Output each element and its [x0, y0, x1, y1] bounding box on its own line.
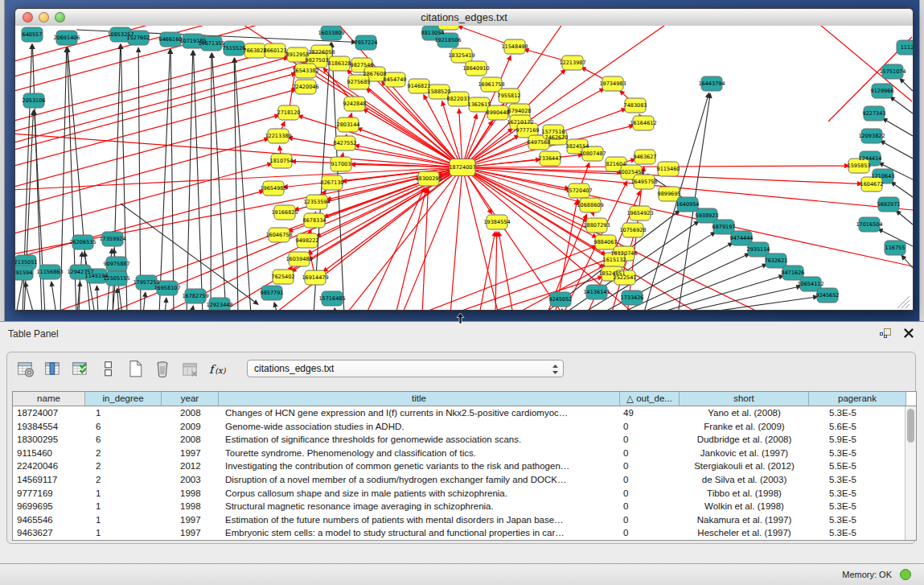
table-cell[interactable]: Yano et al. (2008): [680, 406, 809, 420]
table-cell[interactable]: 9115460: [13, 447, 85, 460]
show-columns-icon[interactable]: [44, 360, 62, 377]
table-cell[interactable]: 5.3E-5: [809, 487, 906, 501]
table-cell[interactable]: Dudbridge et al. (2008): [680, 433, 809, 447]
close-panel-icon[interactable]: [903, 328, 914, 339]
new-table-icon[interactable]: [126, 360, 144, 377]
table-cell[interactable]: 0: [620, 473, 680, 487]
left-panel-edge[interactable]: [0, 0, 5, 321]
table-cell[interactable]: 1997: [162, 447, 219, 460]
table-cell[interactable]: Estimation of the future numbers of pati…: [219, 513, 620, 527]
table-cell[interactable]: 5.9E-5: [809, 433, 906, 447]
column-header-year[interactable]: year: [162, 392, 219, 406]
table-cell[interactable]: 2: [85, 459, 162, 473]
table-cell[interactable]: 1998: [162, 500, 219, 513]
zoom-window-icon[interactable]: [55, 12, 65, 23]
table-cell[interactable]: 5.3E-5: [809, 500, 906, 513]
column-header-pagerank[interactable]: pagerank: [809, 392, 906, 406]
table-settings-icon[interactable]: [17, 360, 35, 377]
table-cell[interactable]: 18724007: [13, 406, 85, 420]
table-cell[interactable]: 22420046: [13, 459, 85, 473]
table-cell[interactable]: de Silva et al. (2003): [680, 473, 809, 487]
table-row[interactable]: 946362711997Embryonic stem cells: a mode…: [13, 526, 916, 540]
table-cell[interactable]: 1: [85, 526, 162, 540]
table-cell[interactable]: 0: [620, 420, 680, 434]
table-cell[interactable]: 9465546: [13, 513, 85, 527]
table-row[interactable]: 969969511998Structural magnetic resonanc…: [13, 500, 916, 513]
table-cell[interactable]: 6: [85, 420, 162, 434]
table-cell[interactable]: 0: [620, 526, 680, 540]
table-cell[interactable]: 5.3E-5: [809, 526, 906, 540]
table-cell[interactable]: Jankovic et al. (1997): [680, 447, 809, 460]
table-cell[interactable]: Stergiakouli et al. (2012): [680, 459, 809, 473]
table-cell[interactable]: 5.6E-5: [809, 420, 906, 434]
table-cell[interactable]: 0: [620, 513, 680, 527]
table-cell[interactable]: Tourette syndrome. Phenomenology and cla…: [219, 447, 620, 460]
table-cell[interactable]: Estimation of significance thresholds fo…: [219, 433, 620, 447]
row-height-icon[interactable]: [99, 360, 117, 377]
column-header-title[interactable]: title: [219, 392, 620, 406]
table-cell[interactable]: Tibbo et al. (1998): [680, 487, 809, 501]
window-resize-grip[interactable]: [901, 300, 910, 308]
table-row[interactable]: 2242004622012Investigating the contribut…: [13, 459, 916, 473]
table-cell[interactable]: 0: [620, 433, 680, 447]
function-builder-icon[interactable]: f(x): [208, 360, 226, 377]
table-row[interactable]: 1456911722003Disruption of a novel membe…: [13, 473, 916, 487]
table-cell[interactable]: 0: [620, 459, 680, 473]
network-view-canvas[interactable]: 6405572069140610853257152760264661601071…: [15, 26, 913, 310]
table-cell[interactable]: Structural magnetic resonance image aver…: [219, 500, 620, 513]
column-header-out_de[interactable]: △ out_de...: [620, 392, 680, 406]
table-cell[interactable]: Corpus callosum shape and size in male p…: [219, 487, 620, 501]
select-all-icon[interactable]: [72, 360, 89, 377]
table-cell[interactable]: Hescheler et al. (1997): [680, 526, 809, 540]
table-cell[interactable]: 5.5E-5: [809, 459, 906, 473]
table-cell[interactable]: 2008: [162, 433, 219, 447]
table-cell[interactable]: 1: [85, 500, 162, 513]
import-table-disabled-icon[interactable]: [181, 360, 199, 377]
table-cell[interactable]: Wolkin et al. (1998): [680, 500, 809, 513]
table-cell[interactable]: 18300295: [13, 433, 85, 447]
column-header-short[interactable]: short: [680, 392, 809, 406]
network-table-select[interactable]: citations_edges.txt: [247, 360, 564, 377]
table-cell[interactable]: 0: [620, 447, 680, 460]
table-cell[interactable]: 1997: [162, 526, 219, 540]
table-cell[interactable]: 19384554: [13, 420, 85, 434]
table-cell[interactable]: Changes of HCN gene expression and I(f) …: [219, 406, 620, 420]
table-cell[interactable]: Disruption of a novel member of a sodium…: [219, 473, 620, 487]
memory-ok-icon[interactable]: [900, 569, 911, 580]
table-cell[interactable]: 1: [85, 406, 162, 420]
table-cell[interactable]: 5.3E-5: [809, 447, 906, 460]
table-cell[interactable]: 5.3E-5: [809, 473, 906, 487]
table-cell[interactable]: Embryonic stem cells: a model to study s…: [219, 526, 620, 540]
table-cell[interactable]: 2009: [162, 420, 219, 434]
table-cell[interactable]: 9777169: [13, 487, 85, 501]
float-panel-icon[interactable]: [879, 327, 892, 340]
close-window-icon[interactable]: [23, 12, 33, 23]
table-cell[interactable]: 2: [85, 447, 162, 460]
table-cell[interactable]: 2008: [162, 406, 219, 420]
network-window-titlebar[interactable]: citations_edges.txt: [15, 9, 913, 27]
table-row[interactable]: 1830029562008Estimation of significance …: [13, 433, 916, 447]
table-row[interactable]: 977716911998Corpus callosum shape and si…: [13, 487, 916, 501]
right-panel-edge[interactable]: [919, 0, 924, 321]
table-row[interactable]: 1872400712008Changes of HCN gene express…: [13, 406, 916, 420]
table-cell[interactable]: 2012: [162, 459, 219, 473]
table-cell[interactable]: Franke et al. (2009): [680, 420, 809, 434]
table-row[interactable]: 946554611997Estimation of the future num…: [13, 513, 916, 527]
window-resize-grip[interactable]: [906, 304, 910, 308]
table-cell[interactable]: 49: [620, 406, 680, 420]
table-row[interactable]: 1938455462009Genome-wide association stu…: [13, 420, 916, 434]
table-cell[interactable]: 2: [85, 473, 162, 487]
table-cell[interactable]: 2003: [162, 473, 219, 487]
table-cell[interactable]: 5.3E-5: [809, 513, 906, 527]
table-cell[interactable]: 0: [620, 500, 680, 513]
table-scrollbar[interactable]: [905, 406, 916, 540]
table-scrollbar-thumb[interactable]: [907, 409, 914, 443]
table-cell[interactable]: 5.3E-5: [809, 406, 906, 420]
table-cell[interactable]: 9463627: [13, 526, 85, 540]
table-cell[interactable]: 1: [85, 487, 162, 501]
table-cell[interactable]: Genome-wide association studies in ADHD.: [219, 420, 620, 434]
table-cell[interactable]: 1998: [162, 487, 219, 501]
column-header-in_degree[interactable]: in_degree: [85, 392, 162, 406]
table-cell[interactable]: 6: [85, 433, 162, 447]
table-row[interactable]: 911546021997Tourette syndrome. Phenomeno…: [13, 447, 916, 460]
